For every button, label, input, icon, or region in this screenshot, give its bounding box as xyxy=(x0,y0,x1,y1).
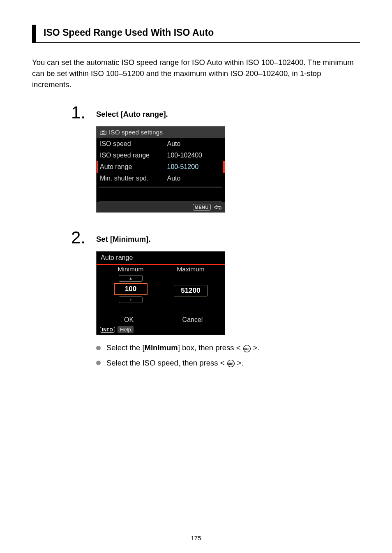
bullet-icon xyxy=(96,346,101,350)
help-label: Help xyxy=(118,326,134,333)
step-1-number: 1 xyxy=(65,104,87,213)
screen1-rows: ISO speed Auto ISO speed range 100-10240… xyxy=(97,138,225,184)
minimum-value-box[interactable]: 100 xyxy=(114,283,148,295)
screen1-title-text: ISO speed settings xyxy=(109,129,163,136)
maximum-column: Maximum 51200 xyxy=(161,266,221,303)
set-button-icon: SET xyxy=(243,345,251,353)
maximum-label: Maximum xyxy=(177,266,204,273)
info-button[interactable]: INFO xyxy=(100,327,115,333)
page-number: 175 xyxy=(0,534,392,541)
svg-point-2 xyxy=(102,132,104,134)
ok-button[interactable]: OK xyxy=(101,316,157,324)
minimum-label: Minimum xyxy=(118,266,144,273)
intro-paragraph: You can set the automatic ISO speed rang… xyxy=(32,57,360,90)
step-2-title: Set [Minimum]. xyxy=(96,235,360,244)
minimum-column: Minimum ▲ 100 ▼ xyxy=(101,266,161,303)
set-button-icon: SET xyxy=(227,359,235,368)
step-2: 2 Set [Minimum]. Auto range Minimum ▲ 10… xyxy=(32,229,360,373)
step-2-bullets: Select the [Minimum] box, then press < S… xyxy=(96,343,360,367)
back-arrow-icon xyxy=(213,204,221,210)
screen1-title-bar: ISO speed settings xyxy=(97,127,225,138)
section-heading-text: ISO Speed Range Used With ISO Auto xyxy=(44,27,360,38)
section-heading: ISO Speed Range Used With ISO Auto xyxy=(32,25,360,43)
cancel-button[interactable]: Cancel xyxy=(164,316,221,324)
menu-row-iso-speed[interactable]: ISO speed Auto xyxy=(97,138,225,150)
screen1-footer: MENU xyxy=(97,202,225,212)
bullet-select-iso-speed: Select the ISO speed, then press < SET >… xyxy=(96,359,360,368)
minimum-up-button[interactable]: ▲ xyxy=(119,275,143,282)
menu-back-button[interactable]: MENU xyxy=(193,204,211,211)
svg-text:SET: SET xyxy=(244,347,250,351)
step-1-camera-screen: ISO speed settings ISO speed Auto ISO sp… xyxy=(96,126,225,213)
step-1-title: Select [Auto range]. xyxy=(96,110,360,119)
menu-row-min-shutter[interactable]: Min. shutter spd. Auto xyxy=(97,173,225,184)
screen2-title: Auto range xyxy=(97,252,225,265)
step-2-number: 2 xyxy=(65,229,87,373)
menu-row-iso-speed-range[interactable]: ISO speed range 100-102400 xyxy=(97,150,225,161)
chevron-up-icon: ▲ xyxy=(129,276,133,280)
bullet-select-minimum: Select the [Minimum] box, then press < S… xyxy=(96,343,360,352)
step-2-camera-screen: Auto range Minimum ▲ 100 ▼ Maximum xyxy=(96,251,225,335)
svg-text:SET: SET xyxy=(228,362,234,366)
step-1: 1 Select [Auto range]. ISO speed setting… xyxy=(32,104,360,213)
maximum-value-box[interactable]: 51200 xyxy=(174,285,208,296)
chevron-down-icon: ▼ xyxy=(129,298,133,302)
camera-icon xyxy=(100,130,106,135)
menu-row-auto-range[interactable]: Auto range 100-51200 xyxy=(97,161,225,173)
screen2-helpbar: INFO Help xyxy=(97,324,225,335)
minimum-down-button[interactable]: ▼ xyxy=(119,296,143,303)
screen1-spacer xyxy=(99,187,222,202)
bullet-icon xyxy=(96,361,101,365)
